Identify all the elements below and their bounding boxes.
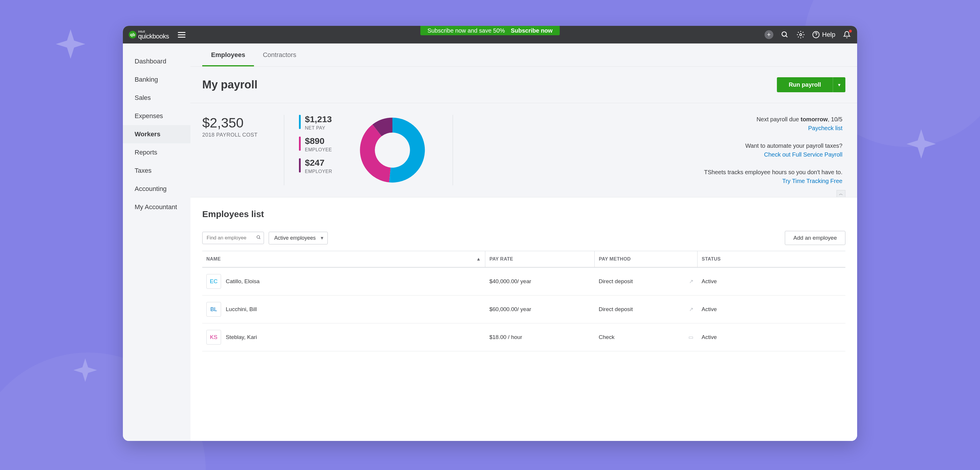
pay-method-cell: Direct deposit↗ xyxy=(599,306,694,313)
name-cell: BLLucchini, Bill xyxy=(206,302,481,317)
tabs: Employees Contractors xyxy=(191,43,857,67)
pay-method-text: Direct deposit xyxy=(599,306,633,313)
donut-chart-wrap xyxy=(347,115,438,185)
tab-employees[interactable]: Employees xyxy=(202,43,254,67)
svg-line-5 xyxy=(259,238,260,239)
search-button[interactable] xyxy=(780,30,789,39)
status-cell: Active xyxy=(697,324,845,351)
pay-rate-cell: $40,000.00/ year xyxy=(485,267,595,295)
pay-method-icon: ↗ xyxy=(689,306,694,313)
col-pay-method[interactable]: PAY METHOD xyxy=(595,251,697,268)
chevron-up-icon: ︿ xyxy=(839,191,843,197)
sidebar-item-banking[interactable]: Banking xyxy=(123,70,191,89)
sidebar-item-accounting[interactable]: Accounting xyxy=(123,180,191,198)
breakdown-employee: $890 EMPLOYEE xyxy=(299,137,332,152)
paycheck-list-link[interactable]: Paycheck list xyxy=(808,125,842,131)
pay-method-icon: ▭ xyxy=(689,334,694,340)
help-label: Help xyxy=(822,31,835,38)
sparkle-icon xyxy=(907,129,936,159)
page-title: My payroll xyxy=(202,78,258,91)
avatar: EC xyxy=(206,274,221,289)
next-payroll-suffix: , 10/5 xyxy=(828,116,842,122)
bar-icon xyxy=(299,137,301,151)
settings-button[interactable] xyxy=(796,30,805,39)
sidebar-item-expenses[interactable]: Expenses xyxy=(123,107,191,125)
employees-table: NAME ▲ PAY RATE PAY METHOD STATUS ECCati… xyxy=(202,251,845,351)
hamburger-icon[interactable] xyxy=(178,32,186,38)
tsheets-block: TSheets tracks employee hours so you don… xyxy=(704,168,842,185)
notifications-button[interactable] xyxy=(842,30,851,39)
app-window: qb intuit quickbooks Subscribe now and s… xyxy=(123,26,857,441)
help-button[interactable]: Help xyxy=(812,31,835,38)
bar-icon xyxy=(299,115,301,129)
search-input[interactable] xyxy=(202,232,264,244)
sidebar-item-sales[interactable]: Sales xyxy=(123,89,191,107)
sidebar-item-my-accountant[interactable]: My Accountant xyxy=(123,198,191,216)
breakdown: $1,213 NET PAY $890 EMPLOYEE xyxy=(299,115,332,185)
full-service-link[interactable]: Check out Full Service Payroll xyxy=(764,151,842,158)
next-payroll-bold: tomorrow xyxy=(801,116,828,122)
payroll-cost-block: $2,350 2018 PAYROLL COST xyxy=(202,115,269,185)
table-row[interactable]: ECCatillo, Eloisa$40,000.00/ yearDirect … xyxy=(202,267,845,295)
sparkle-icon xyxy=(56,29,85,59)
status-cell: Active xyxy=(697,267,845,295)
gear-icon xyxy=(797,30,805,39)
search-box xyxy=(202,232,264,244)
promo-cta[interactable]: Subscribe now xyxy=(511,27,553,34)
qb-logo-icon: qb xyxy=(129,31,137,38)
tsheets-text: TSheets tracks employee hours so you don… xyxy=(704,168,842,176)
collapse-toggle[interactable]: ︿ xyxy=(837,190,845,197)
col-status[interactable]: STATUS xyxy=(697,251,845,268)
sidebar-item-dashboard[interactable]: Dashboard xyxy=(123,52,191,70)
breakdown-label: EMPLOYEE xyxy=(305,147,332,152)
sidebar: Dashboard Banking Sales Expenses Workers… xyxy=(123,43,191,441)
employee-name: Steblay, Kari xyxy=(226,334,257,340)
brand-name: quickbooks xyxy=(138,33,169,40)
col-name[interactable]: NAME ▲ xyxy=(202,251,485,268)
bar-icon xyxy=(299,158,301,172)
pay-rate-cell: $60,000.00/ year xyxy=(485,295,595,324)
employees-list-section: Employees list Active employees Add an e… xyxy=(191,197,857,441)
col-name-label: NAME xyxy=(206,256,221,262)
app-body: Dashboard Banking Sales Expenses Workers… xyxy=(123,43,857,441)
quickbooks-logo[interactable]: qb intuit quickbooks xyxy=(129,30,169,40)
avatar: BL xyxy=(206,302,221,317)
payroll-summary: $2,350 2018 PAYROLL COST $1,213 NET PAY xyxy=(191,103,857,197)
search-icon xyxy=(256,235,261,241)
employee-name: Catillo, Eloisa xyxy=(226,278,259,285)
topbar: qb intuit quickbooks Subscribe now and s… xyxy=(123,26,857,43)
filter-dropdown[interactable]: Active employees xyxy=(269,232,328,245)
breakdown-label: NET PAY xyxy=(305,125,332,131)
col-pay-rate[interactable]: PAY RATE xyxy=(485,251,595,268)
breakdown-label: EMPLOYER xyxy=(305,169,332,174)
run-payroll-dropdown[interactable]: ▼ xyxy=(833,77,845,92)
page-header: My payroll Run payroll ▼ xyxy=(191,67,857,103)
run-payroll-button[interactable]: Run payroll xyxy=(777,77,833,92)
bell-icon xyxy=(843,31,851,38)
promo-text: Subscribe now and save 50% xyxy=(427,27,505,34)
payroll-cost-value: $2,350 xyxy=(202,115,258,131)
search-icon xyxy=(781,31,789,38)
table-row[interactable]: KSSteblay, Kari$18.00 / hourCheck▭Active xyxy=(202,324,845,351)
sidebar-item-reports[interactable]: Reports xyxy=(123,143,191,162)
pay-method-icon: ↗ xyxy=(689,278,694,285)
add-employee-button[interactable]: Add an employee xyxy=(785,231,845,245)
tab-contractors[interactable]: Contractors xyxy=(254,43,305,67)
time-tracking-link[interactable]: Try Time Tracking Free xyxy=(782,178,842,184)
list-title: Employees list xyxy=(202,209,845,219)
promo-banner[interactable]: Subscribe now and save 50% Subscribe now xyxy=(420,26,560,35)
divider xyxy=(453,115,453,185)
add-button[interactable]: + xyxy=(765,30,773,39)
sidebar-item-taxes[interactable]: Taxes xyxy=(123,162,191,180)
logo-section: qb intuit quickbooks xyxy=(129,30,186,40)
svg-point-0 xyxy=(782,32,786,36)
sidebar-item-workers[interactable]: Workers xyxy=(123,125,191,143)
sort-asc-icon: ▲ xyxy=(476,256,481,262)
automate-block: Want to automate your payroll taxes? Che… xyxy=(704,141,842,159)
main-content: Employees Contractors My payroll Run pay… xyxy=(191,43,857,441)
breakdown-employer: $247 EMPLOYER xyxy=(299,158,332,174)
svg-line-1 xyxy=(786,35,787,37)
table-row[interactable]: BLLucchini, Bill$60,000.00/ yearDirect d… xyxy=(202,295,845,324)
next-payroll-prefix: Next payroll due xyxy=(757,116,801,122)
pay-method-text: Direct deposit xyxy=(599,278,633,285)
